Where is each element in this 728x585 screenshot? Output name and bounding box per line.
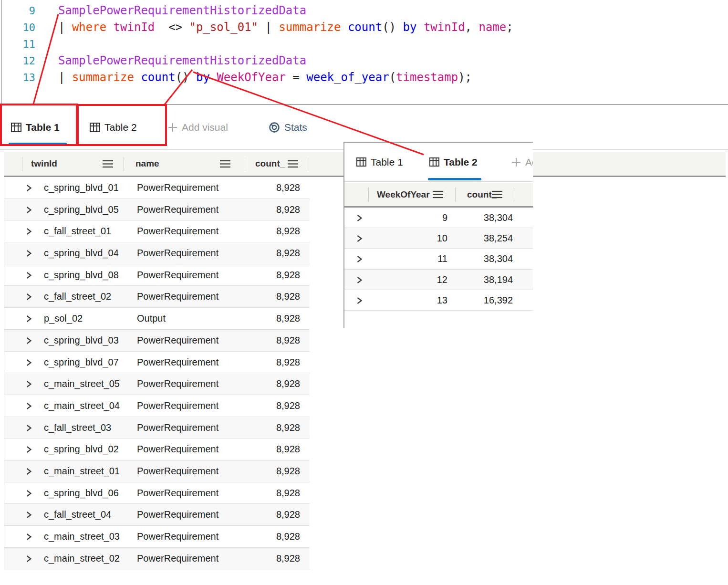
inset-add-visual-button[interactable]: Add — [511, 143, 533, 181]
inset-tab-table-1[interactable]: Table 1 — [356, 143, 403, 181]
inset-tab-table-2[interactable]: Table 2 — [429, 143, 478, 181]
table-row[interactable]: c_fall_street_02PowerRequirement8,928 — [4, 286, 310, 308]
table-row[interactable]: 1316,392 — [344, 290, 533, 311]
table-row[interactable]: c_spring_blvd_01PowerRequirement8,928 — [4, 177, 310, 199]
column-menu-icon[interactable] — [219, 160, 231, 168]
cell-count: 8,928 — [276, 395, 300, 417]
table-row[interactable]: c_spring_blvd_07PowerRequirement8,928 — [4, 352, 310, 374]
cell-count: 8,928 — [276, 373, 300, 395]
column-menu-icon[interactable] — [287, 160, 299, 168]
column-header-twinid[interactable]: twinId — [31, 152, 57, 176]
cell-count: 8,928 — [276, 220, 300, 242]
cell-name: PowerRequirement — [137, 220, 218, 242]
expand-chevron-icon[interactable] — [26, 206, 32, 214]
stats-donut-icon — [269, 122, 280, 133]
table-row[interactable]: 1038,254 — [344, 228, 533, 249]
tab-table-2[interactable]: Table 2 — [90, 105, 137, 149]
expand-chevron-icon[interactable] — [356, 276, 363, 284]
expand-chevron-icon[interactable] — [26, 336, 32, 345]
add-visual-button[interactable]: Add visual — [168, 105, 228, 149]
table-row[interactable]: c_spring_blvd_04PowerRequirement8,928 — [4, 242, 310, 264]
cell-count: 16,392 — [484, 290, 513, 311]
expand-chevron-icon[interactable] — [26, 511, 32, 519]
table-row[interactable]: c_spring_blvd_02PowerRequirement8,928 — [4, 439, 310, 460]
cell-name: PowerRequirement — [137, 504, 218, 526]
line-number: 13 — [0, 69, 35, 86]
cell-name: PowerRequirement — [137, 548, 218, 570]
table-row[interactable]: c_main_street_02PowerRequirement8,928 — [4, 548, 310, 570]
expand-chevron-icon[interactable] — [26, 358, 32, 367]
expand-chevron-icon[interactable] — [26, 402, 32, 410]
inset-tabbar: Table 1 Table 2 Add — [344, 143, 533, 182]
expand-chevron-icon[interactable] — [356, 234, 363, 243]
code-line[interactable]: 9SamplePowerRequirementHistorizedData — [0, 2, 668, 19]
table-row[interactable]: c_fall_street_03PowerRequirement8,928 — [4, 417, 310, 439]
expand-chevron-icon[interactable] — [356, 214, 363, 222]
expand-chevron-icon[interactable] — [26, 292, 32, 301]
expand-chevron-icon[interactable] — [26, 380, 32, 388]
column-menu-icon[interactable] — [102, 160, 114, 168]
table-row[interactable]: 938,304 — [344, 208, 533, 228]
code-line[interactable]: 12SamplePowerRequirementHistorizedData — [0, 52, 668, 69]
cell-weekofyear: 10 — [437, 228, 447, 249]
inset-column-header-weekofyear[interactable]: WeekOfYear — [377, 183, 430, 206]
cell-twinid: c_spring_blvd_08 — [44, 264, 119, 286]
cell-name: PowerRequirement — [137, 482, 218, 504]
cell-count: 8,928 — [276, 548, 300, 570]
cell-twinid: c_fall_street_01 — [44, 220, 111, 242]
expand-chevron-icon[interactable] — [26, 489, 32, 498]
column-header-count[interactable]: count_ — [255, 152, 285, 176]
cell-name: PowerRequirement — [137, 242, 218, 264]
cell-twinid: c_main_street_01 — [44, 460, 120, 482]
expand-chevron-icon[interactable] — [26, 227, 32, 236]
expand-chevron-icon[interactable] — [26, 184, 32, 192]
table-row[interactable]: c_spring_blvd_03PowerRequirement8,928 — [4, 330, 310, 352]
table-row[interactable]: c_main_street_01PowerRequirement8,928 — [4, 460, 310, 482]
query-editor[interactable]: 9SamplePowerRequirementHistorizedData10|… — [0, 0, 728, 104]
expand-chevron-icon[interactable] — [356, 296, 363, 305]
code-line[interactable]: 11 — [0, 36, 668, 52]
column-header-name[interactable]: name — [135, 152, 159, 176]
table-row[interactable]: c_spring_blvd_06PowerRequirement8,928 — [4, 482, 310, 504]
table-row[interactable]: c_main_street_04PowerRequirement8,928 — [4, 395, 310, 417]
expand-chevron-icon[interactable] — [356, 255, 363, 263]
expand-chevron-icon[interactable] — [26, 249, 32, 258]
table-row[interactable]: 1238,194 — [344, 270, 533, 290]
cell-twinid: c_main_street_02 — [44, 548, 120, 570]
table-row[interactable]: c_fall_street_01PowerRequirement8,928 — [4, 220, 310, 242]
inset-grid-header: WeekOfYear count_ — [344, 183, 533, 208]
table-row[interactable]: 1138,304 — [344, 249, 533, 269]
inset-table2-panel: Table 1 Table 2 Add WeekOfYear — [343, 142, 533, 328]
table-grid-icon — [90, 123, 100, 132]
expand-chevron-icon[interactable] — [26, 554, 32, 563]
code-line[interactable]: 13| summarize count() by WeekOfYear = we… — [0, 69, 668, 86]
active-tab-underline — [9, 143, 67, 145]
adx-results-screen: 9SamplePowerRequirementHistorizedData10|… — [0, 0, 728, 585]
table-row[interactable]: c_spring_blvd_05PowerRequirement8,928 — [4, 199, 310, 221]
table-row[interactable]: c_main_street_05PowerRequirement8,928 — [4, 373, 310, 395]
line-number: 10 — [0, 19, 35, 36]
table-row[interactable]: c_main_street_03PowerRequirement8,928 — [4, 526, 310, 548]
table-row[interactable]: p_sol_02Output8,928 — [4, 308, 310, 330]
expand-chevron-icon[interactable] — [26, 424, 32, 432]
expand-chevron-icon[interactable] — [26, 314, 32, 323]
expand-chevron-icon[interactable] — [26, 533, 32, 541]
cell-count: 8,928 — [276, 264, 300, 286]
expand-chevron-icon[interactable] — [26, 467, 32, 476]
cell-weekofyear: 13 — [437, 290, 447, 311]
column-menu-icon[interactable] — [432, 190, 444, 198]
table-row[interactable]: c_spring_blvd_08PowerRequirement8,928 — [4, 264, 310, 286]
cell-count: 38,194 — [484, 270, 513, 290]
table-row[interactable]: c_fall_street_04PowerRequirement8,928 — [4, 504, 310, 526]
expand-chevron-icon[interactable] — [26, 271, 32, 280]
column-menu-icon[interactable] — [491, 190, 503, 198]
cell-twinid: c_fall_street_03 — [44, 417, 111, 439]
cell-count: 8,928 — [276, 330, 300, 352]
inset-active-tab-underline — [428, 178, 481, 180]
cell-name: PowerRequirement — [137, 330, 218, 352]
cell-twinid: c_spring_blvd_07 — [44, 352, 119, 374]
tab-stats[interactable]: Stats — [269, 105, 307, 149]
cell-name: PowerRequirement — [137, 264, 218, 286]
expand-chevron-icon[interactable] — [26, 445, 32, 454]
code-line[interactable]: 10| where twinId <> "p_sol_01" | summari… — [0, 19, 668, 36]
